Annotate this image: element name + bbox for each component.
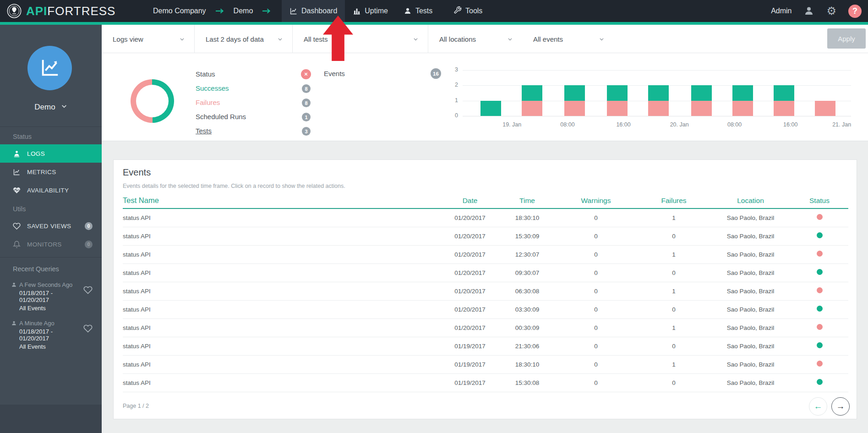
- recent-queries-label: Recent Queries: [0, 258, 102, 278]
- legend-badge: ×: [301, 69, 311, 79]
- table-row[interactable]: status API01/19/201721:30:0600Sao Paolo,…: [123, 337, 848, 355]
- events-table-header: Test NameDateTimeWarningsFailuresLocatio…: [123, 193, 848, 208]
- recent-query-item[interactable]: A Few Seconds Ago01/18/2017 - 01/20/2017…: [0, 278, 102, 317]
- user-icon[interactable]: [803, 5, 814, 16]
- bell-icon: [13, 241, 27, 248]
- column-header-failures[interactable]: Failures: [637, 193, 710, 208]
- sidebar-item-label: MONITORS: [27, 241, 62, 248]
- chart-bar-successes-segment: [648, 85, 669, 100]
- chart-bar: [564, 85, 585, 116]
- pagination-next-button[interactable]: →: [831, 397, 850, 416]
- status-dot-success: [817, 269, 823, 275]
- legend-label[interactable]: Successes: [196, 84, 229, 92]
- table-cell: status API: [123, 227, 440, 245]
- project-selector[interactable]: Demo: [0, 103, 102, 112]
- legend-label[interactable]: Tests: [196, 127, 212, 135]
- sidebar-item-availability[interactable]: AVAILABILITY: [0, 181, 102, 199]
- metrics-icon: [13, 168, 27, 176]
- sidebar-item-label: LOGS: [27, 150, 45, 157]
- chart-bar-failures-segment: [648, 101, 669, 116]
- breadcrumb: Demo CompanyDemo: [153, 0, 271, 22]
- heart-icon: [13, 222, 27, 230]
- table-row[interactable]: status API01/20/201718:30:1001Sao Paolo,…: [123, 208, 848, 227]
- help-icon[interactable]: ?: [848, 5, 862, 18]
- table-cell-status: [791, 355, 848, 373]
- table-cell-status: [791, 282, 848, 300]
- query-user-icon: [11, 320, 17, 326]
- column-header-test-name[interactable]: Test Name: [123, 193, 440, 208]
- heartbeat-icon: [13, 186, 27, 194]
- column-header-warnings[interactable]: Warnings: [555, 193, 637, 208]
- column-header-location[interactable]: Location: [710, 193, 791, 208]
- sidebar-item-monitors[interactable]: MONITORS0: [0, 235, 102, 253]
- line-chart-icon: [39, 57, 60, 80]
- legend-label[interactable]: Failures: [196, 99, 220, 106]
- sidebar-item-logs[interactable]: LOGS: [0, 144, 102, 163]
- chart-bar: [480, 101, 501, 116]
- sidebar-item-label: METRICS: [27, 169, 56, 175]
- gear-icon[interactable]: ⚙: [826, 5, 836, 16]
- sidebar-item-metrics[interactable]: METRICS: [0, 163, 102, 181]
- apply-button[interactable]: Apply: [827, 28, 866, 49]
- table-cell: 0: [555, 373, 637, 392]
- table-cell: 0: [637, 227, 710, 245]
- table-row[interactable]: status API01/19/201718:30:1001Sao Paolo,…: [123, 355, 848, 373]
- table-cell: Sao Paolo, Brazil: [710, 300, 791, 318]
- favorite-heart-icon[interactable]: [83, 285, 93, 295]
- breadcrumb-item[interactable]: Demo Company: [153, 7, 206, 15]
- breadcrumb-arrow-icon: [215, 8, 224, 14]
- favorite-heart-icon[interactable]: [83, 324, 93, 333]
- pagination-prev-button[interactable]: ←: [809, 397, 827, 416]
- table-row[interactable]: status API01/20/201712:30:0701Sao Paolo,…: [123, 245, 848, 263]
- navbar-tab-dashboard[interactable]: Dashboard: [282, 0, 345, 22]
- filter-dropdown-last-2-days-of-data[interactable]: Last 2 days of data: [195, 25, 293, 53]
- navbar-tab-tests[interactable]: Tests: [396, 0, 440, 22]
- table-cell-status: [791, 263, 848, 282]
- column-header-status[interactable]: Status: [791, 193, 848, 208]
- status-donut-chart: [131, 79, 174, 123]
- table-cell: 0: [555, 208, 637, 227]
- filter-dropdown-logs-view[interactable]: Logs view: [102, 25, 195, 53]
- filter-dropdown-all-locations[interactable]: All locations: [428, 25, 522, 53]
- navbar-tab-uptime[interactable]: Uptime: [345, 0, 396, 22]
- recent-query-item[interactable]: A Minute Ago01/18/2017 - 01/20/2017All E…: [0, 317, 102, 355]
- table-cell: 01/20/2017: [440, 282, 500, 300]
- table-cell: status API: [123, 245, 440, 263]
- table-cell: Sao Paolo, Brazil: [710, 245, 791, 263]
- line-chart-icon: [289, 7, 298, 15]
- table-cell: 06:30:08: [500, 282, 555, 300]
- navbar-tools[interactable]: Tools: [453, 0, 482, 22]
- chart-bar: [648, 85, 669, 116]
- table-row[interactable]: status API01/19/201715:30:0800Sao Paolo,…: [123, 373, 848, 392]
- filter-bar: Logs viewLast 2 days of dataAll testsAll…: [102, 25, 868, 53]
- table-cell: Sao Paolo, Brazil: [710, 318, 791, 337]
- table-row[interactable]: status API01/20/201715:30:0900Sao Paolo,…: [123, 227, 848, 245]
- table-row[interactable]: status API01/20/201700:30:0901Sao Paolo,…: [123, 318, 848, 337]
- recent-query-scope: All Events: [11, 343, 82, 350]
- filter-dropdown-all-events[interactable]: All events: [522, 25, 614, 53]
- admin-label[interactable]: Admin: [771, 7, 792, 15]
- recent-query-range: 01/18/2017 - 01/20/2017: [11, 290, 82, 303]
- status-dot-failure: [817, 214, 823, 220]
- table-cell-status: [791, 245, 848, 263]
- filter-dropdown-all-tests[interactable]: All tests: [293, 25, 428, 53]
- events-count-label: Events: [324, 70, 345, 77]
- table-cell: 21:30:06: [500, 337, 555, 355]
- table-cell: 01/20/2017: [440, 245, 500, 263]
- table-row[interactable]: status API01/20/201703:30:0900Sao Paolo,…: [123, 300, 848, 318]
- breadcrumb-item[interactable]: Demo: [234, 7, 253, 15]
- recent-query-head: A Few Seconds Ago: [11, 281, 82, 288]
- chart-bar: [815, 101, 835, 116]
- apifortress-dashboard: APIFORTRESS Demo CompanyDemo DashboardUp…: [0, 0, 868, 433]
- apifortress-logo[interactable]: APIFORTRESS: [6, 0, 115, 22]
- column-header-date[interactable]: Date: [440, 193, 500, 208]
- table-cell: 0: [637, 337, 710, 355]
- table-row[interactable]: status API01/20/201709:30:0700Sao Paolo,…: [123, 263, 848, 282]
- status-dot-failure: [817, 287, 823, 293]
- legend-row-scheduled-runs: Scheduled Runs1: [196, 111, 328, 123]
- column-header-time[interactable]: Time: [500, 193, 555, 208]
- tools-label: Tools: [465, 7, 482, 15]
- table-row[interactable]: status API01/20/201706:30:0801Sao Paolo,…: [123, 282, 848, 300]
- sidebar-item-saved-views[interactable]: SAVED VIEWS0: [0, 217, 102, 235]
- project-avatar[interactable]: [27, 46, 72, 90]
